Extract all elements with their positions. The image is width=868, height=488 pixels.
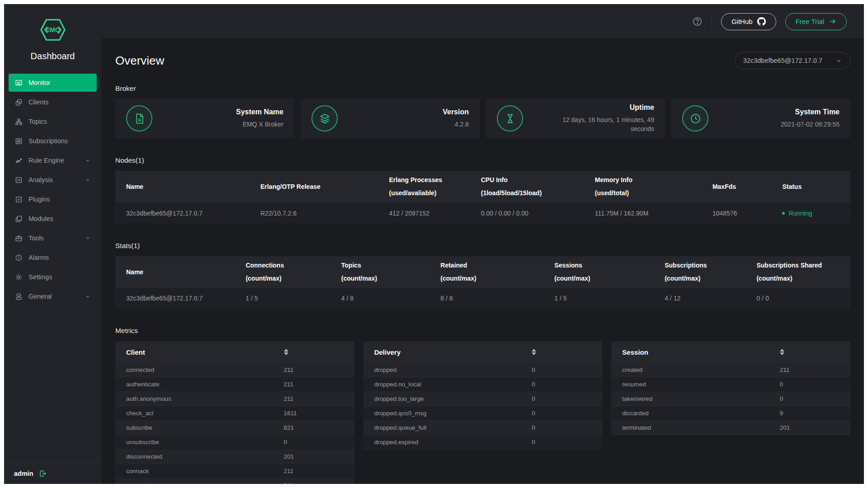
- sidebar-item-label: Rule Engine: [28, 157, 64, 164]
- sidebar-item-label: Topics: [28, 118, 47, 125]
- dashboard-title: Dashboard: [31, 51, 75, 61]
- node-selector-dropdown[interactable]: 32c3dbefbe65@172.17.0.7: [735, 52, 850, 69]
- sidebar-item-label: Analysis: [28, 176, 53, 183]
- metric-row: dropped.qos0_msg0: [363, 406, 603, 421]
- metric-label: created: [622, 366, 780, 373]
- metrics-section-label: Metrics: [115, 327, 850, 335]
- column-header: Sessions(count/max): [549, 256, 659, 288]
- sidebar-item-settings[interactable]: Settings: [9, 268, 97, 286]
- metric-row: resumed0: [611, 377, 850, 392]
- sort-icon[interactable]: [532, 349, 536, 355]
- alarms-icon: [15, 254, 23, 262]
- table-cell: 0 / 0: [751, 288, 850, 309]
- metric-label: terminated: [622, 424, 780, 431]
- column-header: Subscriptions Shared(count/max): [751, 256, 850, 288]
- top-bar: GitHub Free Trial: [102, 4, 864, 39]
- sidebar-item-rule-engine[interactable]: Rule Engine: [9, 151, 97, 169]
- table-cell: 111.75M / 162.90M: [590, 202, 707, 224]
- metric-value: 1611: [284, 410, 344, 417]
- metric-value: 0: [532, 366, 591, 373]
- table-cell: 32c3dbefbe65@172.17.0.7: [115, 202, 255, 224]
- metric-row: dropped.too_large0: [363, 392, 603, 406]
- metric-table-body: dropped0dropped.no_local0dropped.too_lar…: [363, 363, 603, 450]
- stats-table: NameConnections(count/max)Topics(count/m…: [115, 256, 850, 309]
- emqx-logo-icon: EMQ: [39, 16, 67, 44]
- stats-section-label: Stats(1): [115, 242, 850, 250]
- github-button[interactable]: GitHub: [721, 13, 776, 30]
- status-badge: Running: [788, 210, 812, 217]
- settings-gear-icon: [15, 273, 23, 281]
- sidebar-menu: Monitor Clients Topics Subscriptions Rul…: [4, 72, 101, 307]
- free-trial-button[interactable]: Free Trial: [785, 13, 847, 30]
- table-header-row: NameConnections(count/max)Topics(count/m…: [115, 256, 850, 288]
- version-card: Version 4.2.8: [301, 99, 480, 138]
- sidebar-item-plugins[interactable]: Plugins: [9, 190, 97, 208]
- sidebar-item-label: Clients: [28, 99, 48, 106]
- sidebar-item-monitor[interactable]: Monitor: [9, 74, 97, 92]
- metric-value: 211: [284, 366, 344, 373]
- chevron-down-icon: [85, 177, 90, 183]
- sidebar-item-analysis[interactable]: Analysis: [9, 171, 97, 189]
- metric-label: dropped.too_large: [374, 395, 532, 402]
- sidebar-item-modules[interactable]: Modules: [9, 210, 97, 228]
- card-value: 4.2.8: [443, 120, 469, 129]
- topics-icon: [15, 118, 23, 126]
- sidebar-footer: admin: [4, 463, 101, 484]
- metric-table-body: created211resumed0takeovered0discarded9t…: [611, 363, 850, 435]
- chevron-down-icon: [85, 235, 90, 241]
- system-time-card: System Time 2021-07-02 08:29:55: [671, 99, 850, 138]
- status-dot-icon: [782, 212, 785, 215]
- metric-label: connack: [126, 468, 284, 474]
- metric-row: dropped.expired0: [363, 435, 603, 450]
- metric-table-header: Session: [611, 341, 850, 363]
- metric-row: dropped.no_local0: [363, 377, 603, 392]
- metric-label: dropped: [374, 366, 532, 373]
- metric-label: disconnected: [126, 453, 284, 460]
- metric-value: 211: [780, 366, 840, 373]
- clock-icon: [682, 105, 708, 131]
- metric-label: subscribe: [126, 424, 284, 431]
- sidebar-item-clients[interactable]: Clients: [9, 93, 97, 111]
- sort-icon[interactable]: [284, 349, 288, 355]
- card-value: 12 days, 16 hours, 1 minutes, 49 seconds: [552, 115, 654, 134]
- metric-value: 9: [780, 410, 840, 417]
- metric-row: discarded9: [611, 406, 850, 421]
- metric-value: 0: [532, 395, 591, 402]
- metric-label: discarded: [622, 410, 780, 417]
- sidebar-item-topics[interactable]: Topics: [9, 113, 97, 131]
- metric-value: 211: [284, 381, 344, 388]
- tools-icon: [15, 235, 23, 242]
- metric-table-body: connected211authenticate211auth.anonymou…: [115, 363, 354, 484]
- sidebar-item-alarms[interactable]: Alarms: [9, 249, 97, 267]
- metric-label: resumed: [622, 381, 780, 388]
- page-title: Overview: [115, 54, 164, 68]
- logout-icon[interactable]: [39, 469, 47, 478]
- metric-value: 0: [780, 381, 840, 388]
- help-icon[interactable]: [692, 16, 703, 27]
- sort-icon[interactable]: [780, 349, 784, 355]
- column-header: Erlang Processes(used/avaliable): [383, 171, 475, 202]
- metric-table-title: Client: [126, 348, 284, 356]
- page-content: Overview 32c3dbefbe65@172.17.0.7 Broker …: [102, 39, 864, 484]
- table-cell: 412 / 2097152: [383, 202, 475, 224]
- table-cell: 8 / 8: [435, 288, 549, 309]
- arrow-right-icon: [829, 18, 836, 25]
- sidebar-item-label: Subscriptions: [28, 137, 68, 145]
- uptime-card: Uptime 12 days, 16 hours, 1 minutes, 49 …: [486, 99, 665, 138]
- github-button-label: GitHub: [731, 18, 753, 25]
- metric-row: connected211: [115, 363, 354, 377]
- node-selector-value: 32c3dbefbe65@172.17.0.7: [743, 57, 822, 64]
- status-cell: Running: [777, 202, 850, 224]
- metric-label: dropped.expired: [374, 439, 532, 446]
- hourglass-icon: [497, 105, 523, 131]
- sidebar-item-subscriptions[interactable]: Subscriptions: [9, 132, 97, 150]
- metric-label: unsubscribe: [126, 439, 284, 446]
- column-header: Status: [777, 171, 850, 202]
- metric-label: dropped.no_local: [374, 381, 532, 388]
- metric-row: connack211: [115, 464, 354, 479]
- metric-row: takeovered0: [611, 392, 850, 406]
- sidebar-item-tools[interactable]: Tools: [9, 229, 97, 247]
- sidebar-item-general[interactable]: General: [9, 287, 97, 305]
- github-icon: [757, 17, 766, 26]
- card-value: EMQ X Broker: [236, 120, 283, 129]
